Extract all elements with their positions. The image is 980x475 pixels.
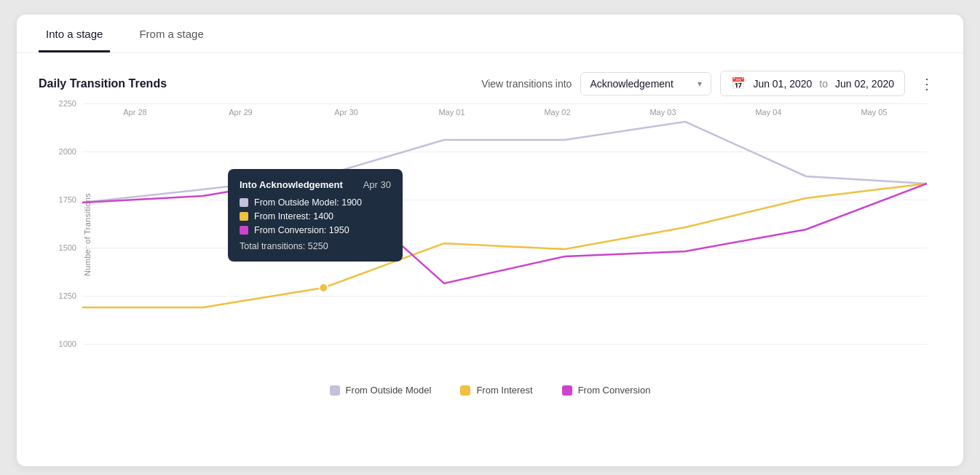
- legend-outside-model-color: [330, 385, 340, 396]
- chart-legend: From Outside Model From Interest From Co…: [39, 377, 941, 396]
- section-title: Daily Transition Trends: [39, 77, 167, 90]
- interest-line: [82, 184, 927, 307]
- more-options-button[interactable]: ⋮: [914, 72, 941, 95]
- legend-outside-model-label: From Outside Model: [346, 385, 432, 396]
- tab-bar: Into a stage From a stage: [17, 15, 963, 53]
- chart-section: Daily Transition Trends View transitions…: [17, 53, 963, 410]
- chart-header: Daily Transition Trends View transitions…: [39, 71, 941, 96]
- line-chart-svg: [82, 103, 927, 344]
- chevron-down-icon: ▾: [698, 79, 702, 89]
- y-tick-label: 1750: [47, 195, 76, 204]
- interest-dot: [319, 283, 328, 292]
- conversion-dot: [317, 170, 329, 181]
- legend-interest-label: From Interest: [476, 385, 532, 396]
- tab-into-stage[interactable]: Into a stage: [39, 15, 110, 52]
- conversion-line: [82, 176, 927, 283]
- calendar-icon: 📅: [731, 76, 746, 90]
- chart-controls: View transitions into Acknowledgement ▾ …: [481, 71, 941, 96]
- stage-dropdown[interactable]: Acknowledgement ▾: [580, 72, 711, 95]
- y-tick-label: 1500: [47, 243, 76, 252]
- main-card: Into a stage From a stage Daily Transiti…: [17, 15, 963, 466]
- date-separator: to: [819, 78, 828, 90]
- y-tick-label: 1000: [47, 339, 76, 348]
- y-tick-label: 1250: [47, 291, 76, 300]
- date-range-picker[interactable]: 📅 Jun 01, 2020 to Jun 02, 2020: [720, 71, 905, 96]
- y-tick-label: 2000: [47, 147, 76, 156]
- legend-conversion: From Conversion: [562, 385, 651, 396]
- date-from: Jun 01, 2020: [753, 78, 812, 90]
- chart-container: Number of Transitions 2250 2000 1750: [82, 103, 927, 366]
- tab-from-stage[interactable]: From a stage: [132, 15, 210, 52]
- view-label: View transitions into: [481, 78, 572, 90]
- y-tick-label: 2250: [47, 99, 76, 108]
- legend-conversion-label: From Conversion: [578, 385, 651, 396]
- legend-interest: From Interest: [460, 385, 532, 396]
- chart-area: Number of Transitions 2250 2000 1750: [39, 103, 941, 396]
- legend-interest-color: [460, 385, 470, 396]
- legend-conversion-color: [562, 385, 572, 396]
- legend-outside-model: From Outside Model: [330, 385, 432, 396]
- date-to: Jun 02, 2020: [835, 78, 894, 90]
- outside-model-line: [82, 122, 927, 203]
- stage-dropdown-value: Acknowledgement: [590, 78, 673, 90]
